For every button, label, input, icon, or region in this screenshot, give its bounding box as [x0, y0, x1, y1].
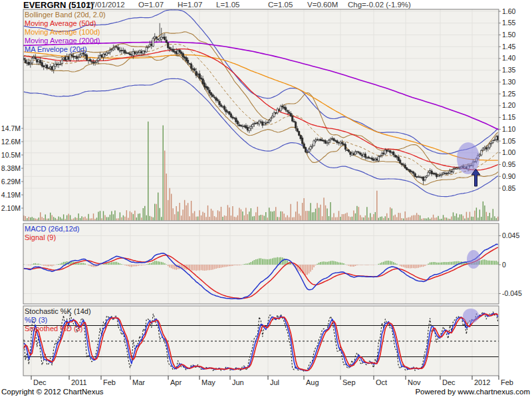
- powered-by-text: Powered by www.chartnexus.com: [415, 388, 530, 396]
- x-axis-label: 2012: [474, 378, 490, 386]
- macd-panel-legend: MACD (26d,12d) Signal (9): [25, 225, 80, 242]
- price-axis-label: 1.30: [502, 78, 516, 86]
- price-axis-label: 1.35: [502, 66, 516, 74]
- volume-axis-label: 12.6M: [1, 138, 21, 146]
- price-axis-label: 1.00: [502, 148, 516, 156]
- macd-axis-label: -0.045: [502, 289, 522, 297]
- chartnexus-stock-chart: EVERGRN (5101) 27/01/2012 O=1.07 H=1.07 …: [0, 0, 532, 399]
- highlight-ellipse: [463, 309, 479, 323]
- price-axis-label: 1.20: [502, 101, 516, 109]
- price-axis-label: 1.40: [502, 54, 516, 62]
- macd-axis-label: 0.045: [502, 231, 519, 239]
- x-axis-label: Dec: [442, 378, 456, 386]
- x-axis-label: Feb: [501, 378, 513, 386]
- highlight-ellipse: [467, 250, 480, 269]
- x-axis-label: Nov: [408, 378, 421, 386]
- price-axis-label: 1.50: [502, 31, 516, 39]
- price-axis-label: 1.15: [502, 113, 516, 121]
- price-axis-label: 1.10: [502, 125, 516, 133]
- price-axis-label: 1.05: [502, 137, 516, 145]
- price-axis-label: 0.90: [502, 172, 516, 180]
- copyright-text: Copyright © 2012 ChartNexus: [1, 388, 104, 396]
- price-axis-label: 0.85: [502, 184, 516, 192]
- x-axis-label: Feb: [103, 378, 116, 386]
- x-axis-label: Mar: [132, 378, 145, 386]
- price-axis-label: 1.45: [502, 43, 516, 51]
- x-axis-label: May: [201, 378, 215, 386]
- price-axis-label: 1.55: [502, 19, 516, 27]
- x-axis-label: Jun: [232, 378, 244, 386]
- volume-axis-label: 8.38M: [1, 164, 21, 172]
- volume-axis-label: 14.7M: [1, 124, 21, 132]
- legend-ma200: Moving Average (200d): [25, 37, 106, 45]
- legend-ma-envelope: MA Envelope (20d): [25, 45, 106, 54]
- x-axis-label: Dec: [33, 378, 47, 386]
- legend-stoch-d: %D (3): [25, 316, 91, 325]
- macd-axis-label: 0: [502, 261, 506, 269]
- x-axis-label: Apr: [170, 378, 182, 386]
- price-axis-label: 0.95: [502, 160, 516, 168]
- legend-macd: MACD (26d,12d): [25, 225, 80, 233]
- legend-signal: Signal (9): [25, 233, 80, 242]
- price-axis-label: 1.60: [502, 7, 516, 15]
- stochastic-panel-legend: Stochastic %K (14d) %D (3) Smoothed %D (…: [25, 307, 91, 333]
- volume-axis-label: 10.5M: [1, 151, 21, 159]
- x-axis-label: Oct: [376, 378, 387, 386]
- volume-axis-label: 4.19M: [1, 191, 21, 199]
- chart-canvas: 1.601.551.501.451.401.351.301.251.201.15…: [0, 0, 532, 399]
- volume-axis-label: 6.29M: [1, 178, 21, 186]
- volume-axis-label: 2.10M: [1, 204, 21, 212]
- legend-stoch-k: Stochastic %K (14d): [25, 307, 91, 316]
- price-axis-label: 1.25: [502, 90, 516, 98]
- legend-bollinger-band: Bollinger Band (20d, 2.0): [25, 11, 106, 19]
- legend-ma100: Moving Average (100d): [25, 28, 106, 37]
- legend-ma50: Moving Average (50d): [25, 19, 106, 28]
- x-axis-label: Jul: [270, 378, 279, 386]
- x-axis-label: Sep: [342, 378, 356, 386]
- x-axis-label: Aug: [306, 378, 319, 386]
- price-panel-legend: Bollinger Band (20d, 2.0) Moving Average…: [25, 11, 106, 54]
- legend-stoch-sd: Smoothed %D (3): [25, 325, 91, 333]
- x-axis-label: 2011: [71, 378, 87, 386]
